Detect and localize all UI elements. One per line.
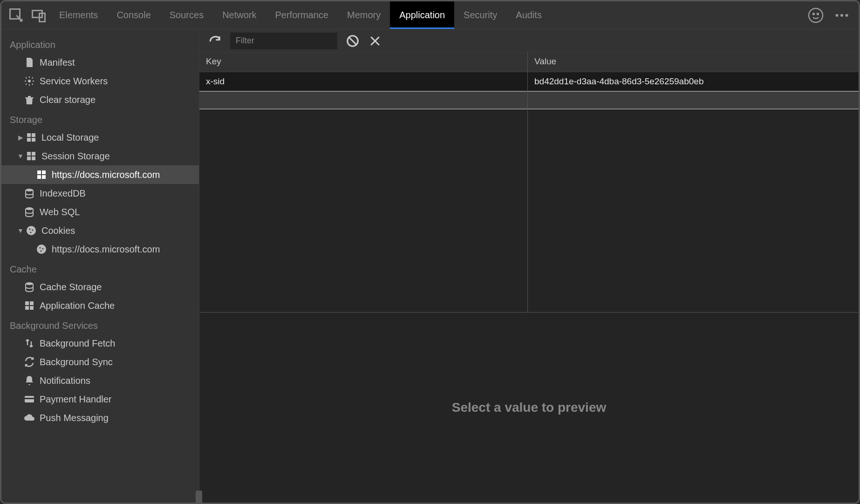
tab-security[interactable]: Security <box>454 1 506 29</box>
transfer-icon <box>24 338 35 349</box>
sidebar-cookie-origin[interactable]: https://docs.microsoft.com <box>1 240 199 259</box>
ban-icon[interactable] <box>346 34 360 48</box>
filter-input[interactable] <box>230 33 337 49</box>
file-icon <box>24 57 35 68</box>
sidebar-item-label: Background Fetch <box>40 338 115 349</box>
sidebar-push-messaging[interactable]: Push Messaging <box>1 409 199 427</box>
tab-application[interactable]: Application <box>390 1 454 29</box>
main-panel: Key Value x-sid bd42dd1e-d3aa-4dba-86d3-… <box>199 29 859 503</box>
sidebar-item-label: IndexedDB <box>40 188 86 199</box>
svg-point-28 <box>37 245 46 254</box>
svg-point-4 <box>813 13 814 14</box>
svg-point-29 <box>40 247 41 249</box>
svg-rect-17 <box>32 157 35 160</box>
sidebar-bg-sync[interactable]: Background Sync <box>1 353 199 371</box>
grid-icon <box>24 300 35 311</box>
sidebar-session-storage[interactable]: ▼ Session Storage <box>1 147 199 165</box>
bell-icon <box>24 375 35 386</box>
tab-network[interactable]: Network <box>213 1 266 29</box>
refresh-icon[interactable] <box>208 34 222 48</box>
svg-point-25 <box>29 229 31 230</box>
column-divider[interactable] <box>527 72 528 312</box>
sidebar-item-label: Background Sync <box>40 357 113 368</box>
sidebar-item-label: Payment Handler <box>40 394 112 405</box>
tab-elements[interactable]: Elements <box>50 1 107 29</box>
chevron-right-icon: ▶ <box>16 134 25 141</box>
sidebar-cookies[interactable]: ▼ Cookies <box>1 221 199 240</box>
svg-point-6 <box>836 14 839 17</box>
table-row-new[interactable] <box>199 91 859 109</box>
card-icon <box>24 394 35 405</box>
sidebar-application-cache[interactable]: Application Cache <box>1 296 199 315</box>
svg-point-30 <box>42 248 44 250</box>
svg-point-31 <box>41 251 42 252</box>
sidebar-notifications[interactable]: Notifications <box>1 371 199 390</box>
svg-rect-16 <box>27 157 31 160</box>
sidebar-session-storage-origin[interactable]: https://docs.microsoft.com <box>1 165 199 184</box>
svg-rect-13 <box>32 138 35 142</box>
cell-key[interactable]: x-sid <box>199 72 528 91</box>
sidebar-websql[interactable]: Web SQL <box>1 203 199 221</box>
svg-rect-19 <box>42 170 46 174</box>
device-toggle-icon[interactable] <box>30 7 47 24</box>
tab-performance[interactable]: Performance <box>266 1 338 29</box>
sidebar-service-workers[interactable]: Service Workers <box>1 72 199 90</box>
sidebar-cache-storage[interactable]: Cache Storage <box>1 278 199 296</box>
tab-memory[interactable]: Memory <box>338 1 390 29</box>
sidebar-item-label: Application Cache <box>40 300 115 311</box>
sidebar-item-label: Manifest <box>40 57 75 68</box>
drag-handle-icon[interactable] <box>196 490 202 503</box>
section-storage: Storage <box>1 109 199 128</box>
section-background: Background Services <box>1 315 199 334</box>
svg-point-27 <box>30 232 32 233</box>
feedback-icon[interactable] <box>807 7 824 24</box>
tab-sources[interactable]: Sources <box>160 1 213 29</box>
sidebar-item-label: Web SQL <box>40 207 80 218</box>
chevron-down-icon: ▼ <box>16 152 25 160</box>
svg-point-24 <box>27 226 36 235</box>
section-cache: Cache <box>1 259 199 278</box>
svg-rect-35 <box>25 306 29 310</box>
close-icon[interactable] <box>368 34 382 48</box>
sidebar-bg-fetch[interactable]: Background Fetch <box>1 334 199 353</box>
preview-pane: Select a value to preview <box>199 313 859 503</box>
sidebar-clear-storage[interactable]: Clear storage <box>1 90 199 109</box>
cell-value-empty[interactable] <box>528 92 859 109</box>
svg-point-26 <box>32 230 34 231</box>
svg-rect-38 <box>25 398 34 399</box>
devtools-window: Elements Console Sources Network Perform… <box>0 0 860 504</box>
sidebar-local-storage[interactable]: ▶ Local Storage <box>1 128 199 147</box>
sidebar-manifest[interactable]: Manifest <box>1 53 199 72</box>
application-sidebar: Application Manifest Service Workers Cle… <box>1 29 199 503</box>
sidebar-item-label: Local Storage <box>41 132 99 143</box>
col-value[interactable]: Value <box>528 53 859 72</box>
cell-key-empty[interactable] <box>199 92 528 109</box>
svg-rect-15 <box>32 152 35 156</box>
cookie-icon <box>36 244 47 255</box>
tab-audits[interactable]: Audits <box>506 1 551 29</box>
sidebar-indexeddb[interactable]: IndexedDB <box>1 184 199 203</box>
storage-table: Key Value x-sid bd42dd1e-d3aa-4dba-86d3-… <box>199 53 859 313</box>
sidebar-item-label: Push Messaging <box>40 413 109 423</box>
svg-rect-34 <box>30 301 34 305</box>
sidebar-item-label: Session Storage <box>41 151 110 162</box>
database-icon <box>24 281 35 293</box>
cell-value[interactable]: bd42dd1e-d3aa-4dba-86d3-5e26259ab0eb <box>528 72 859 91</box>
svg-point-3 <box>809 8 823 22</box>
svg-rect-21 <box>42 175 46 179</box>
sync-icon <box>24 356 35 368</box>
grid-icon <box>26 150 37 162</box>
col-key[interactable]: Key <box>199 53 528 72</box>
svg-point-23 <box>26 207 33 210</box>
sidebar-payment-handler[interactable]: Payment Handler <box>1 390 199 409</box>
inspect-icon[interactable] <box>8 7 25 24</box>
svg-rect-33 <box>25 301 29 305</box>
svg-point-8 <box>846 14 848 17</box>
tab-console[interactable]: Console <box>107 1 160 29</box>
svg-rect-36 <box>30 306 34 310</box>
gear-icon <box>24 75 35 87</box>
more-icon[interactable] <box>833 7 850 24</box>
sidebar-item-label: Cache Storage <box>40 282 102 293</box>
database-icon <box>24 206 35 218</box>
table-row[interactable]: x-sid bd42dd1e-d3aa-4dba-86d3-5e26259ab0… <box>199 72 859 91</box>
